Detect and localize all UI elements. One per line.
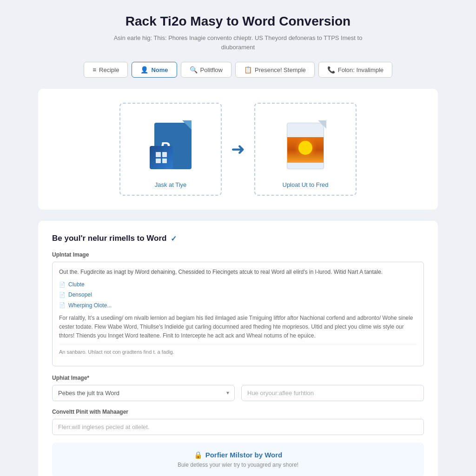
convert-input-group (52, 419, 424, 435)
conversion-arrow: ➜ (231, 139, 245, 159)
select-wrapper: Pebes the jult tra Word (52, 385, 235, 401)
word-file-icon-wrapper: P (150, 113, 192, 177)
tab-follon[interactable]: 📞 Folon: Invalimple (318, 62, 392, 78)
form-row-2 (52, 419, 424, 435)
image-preview (287, 137, 324, 163)
windows-grid (156, 152, 167, 163)
image-file-icon (284, 120, 326, 169)
format-select[interactable]: Pebes the jult tra Word (52, 385, 235, 401)
promo-icon: 🔒 (194, 451, 203, 459)
tab-recipe[interactable]: ≡ Reciple (84, 62, 128, 78)
section-title: Be youl'r nelur rimells to Word ✓ (52, 234, 424, 243)
search-icon: 🔍 (190, 66, 198, 73)
tab-politflow-label: Politflow (200, 66, 223, 73)
tab-recipe-label: Reciple (99, 66, 119, 73)
ms-overlay (150, 146, 173, 169)
input-group (241, 385, 424, 401)
sun-graphic (298, 141, 312, 155)
promo-title-text: Porfier Milstor by Word (205, 451, 283, 459)
page-header: Rack Ti2o Masy to Word Conversion Asin e… (38, 14, 438, 52)
tab-name-label: Nome (151, 66, 168, 73)
source-upload-link[interactable]: Jask at Tiye (155, 181, 187, 188)
tab-name[interactable]: 👤 Nome (132, 62, 177, 78)
tab-politflow[interactable]: 🔍 Politflow (181, 62, 231, 78)
select-group: Pebes the jult tra Word (52, 385, 235, 401)
textarea-body: For ralaltly, It's a usediing/ om nivalb… (59, 314, 417, 341)
tab-presence[interactable]: 📋 Presence! Stemple (235, 62, 315, 78)
uphiat-image-label: Uphiat Image* (52, 375, 424, 381)
tab-follon-label: Folon: Invalimple (338, 66, 383, 73)
win-cell-1 (156, 152, 161, 157)
phone-icon: 📞 (327, 66, 335, 73)
user-icon: 👤 (140, 66, 148, 73)
function-input[interactable] (241, 385, 424, 401)
form-row-1: Pebes the jult tra Word (52, 385, 424, 401)
upload-image-label: UpIntat Image (52, 251, 424, 258)
image-file-bg (287, 123, 324, 169)
textarea-footer: An sanbaro. Uhlact not con gradtens find… (59, 344, 417, 357)
win-cell-4 (162, 159, 167, 164)
check-icon: ✓ (171, 234, 177, 243)
file-list-item-1: Clubte (59, 280, 417, 289)
upload-area: P Jask at Tiye ➜ (38, 89, 438, 210)
menu-icon: ≡ (93, 66, 96, 73)
text-area-box: Out the. Fugdircite as inagt by lWord de… (52, 262, 424, 366)
target-upload-box[interactable]: Uploat Ut to Fred (254, 103, 357, 196)
textarea-intro: Out the. Fugdircite as inagt by lWord de… (59, 268, 417, 277)
promo-sub: Buie detless your wier try to youagred a… (60, 462, 416, 468)
file-list: Clubte Densopel Wherping Olote... (59, 280, 417, 310)
convert-input[interactable] (52, 419, 424, 435)
file-list-item-2: Densopel (59, 291, 417, 299)
main-content-card: Be youl'r nelur rimells to Word ✓ UpInta… (38, 221, 438, 476)
page-subtitle: Asin earle hig: This: Phores Inagie conv… (108, 33, 368, 52)
section-title-text: Be youl'r nelur rimells to Word (52, 234, 167, 243)
page-wrapper: Rack Ti2o Masy to Word Conversion Asin e… (38, 14, 438, 476)
document-icon: 📋 (244, 66, 252, 73)
file-list-item-3: Wherping Olote... (59, 301, 417, 310)
win-cell-2 (162, 152, 167, 157)
page-title: Rack Ti2o Masy to Word Conversion (38, 14, 438, 29)
image-file-icon-wrapper (284, 113, 326, 177)
tab-presence-label: Presence! Stemple (255, 66, 306, 73)
promo-box: 🔒 Porfier Milstor by Word Buie detless y… (52, 443, 424, 476)
source-upload-box[interactable]: P Jask at Tiye (119, 103, 222, 196)
nav-tabs: ≡ Reciple 👤 Nome 🔍 Politflow 📋 Presence!… (38, 62, 438, 78)
target-upload-link[interactable]: Uploat Ut to Fred (283, 181, 329, 188)
convert-label: Conveltt Pinit with Mahaager (52, 409, 424, 415)
promo-title: 🔒 Porfier Milstor by Word (60, 451, 416, 459)
win-cell-3 (156, 159, 161, 164)
word-file-icon: P (150, 120, 192, 169)
